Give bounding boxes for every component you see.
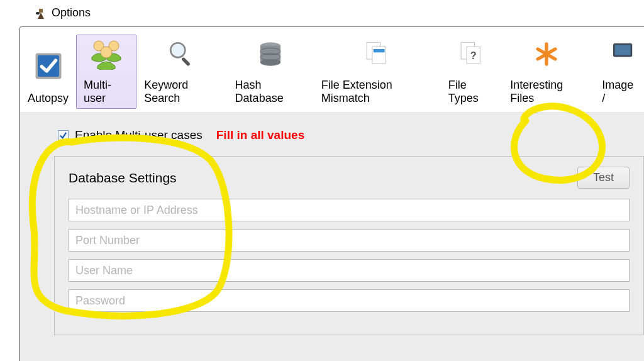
port-number-field[interactable] [69, 229, 630, 252]
autopsy-check-icon [31, 49, 65, 83]
toolbar-label: Image / [602, 79, 636, 105]
svg-text:?: ? [470, 50, 477, 61]
test-button[interactable]: Test [577, 167, 630, 189]
toolbar-item-keyword-search[interactable]: Keyword Search [136, 35, 227, 109]
enable-multi-user-checkbox[interactable] [58, 130, 69, 141]
enable-multi-user-label: Enable Multi-user cases [75, 128, 203, 142]
database-icon [253, 38, 287, 70]
svg-point-6 [101, 47, 112, 58]
toolbar-label: Hash Database [235, 79, 306, 105]
svg-rect-0 [39, 9, 43, 13]
title-bar: Options [0, 0, 644, 26]
hostname-field[interactable] [69, 199, 630, 221]
toolbar-label: Autopsy [28, 92, 69, 105]
toolbar-item-file-extension-mismatch[interactable]: File Extension Mismatch [314, 35, 441, 109]
fill-values-hint: Fill in all values [216, 128, 304, 142]
toolbar-item-multi-user[interactable]: Multi-user [76, 35, 136, 109]
toolbar-label: File Extension Mismatch [321, 79, 433, 105]
svg-rect-24 [614, 45, 630, 55]
files-question-icon: ? [455, 38, 489, 70]
asterisk-icon [530, 38, 564, 70]
magnifier-icon [165, 38, 199, 70]
toolbar-label: Interesting Files [510, 79, 583, 105]
toolbar-item-image[interactable]: Image / [594, 35, 644, 109]
toolbar-item-file-types[interactable]: ? File Types [441, 35, 503, 109]
toolbar-label: File Types [448, 79, 496, 105]
database-settings-group: Database Settings Test [54, 156, 644, 335]
svg-rect-8 [181, 57, 191, 66]
toolbar-item-hash-database[interactable]: Hash Database [228, 35, 314, 109]
toolbar-item-interesting-files[interactable]: Interesting Files [502, 35, 591, 109]
app-icon [35, 8, 47, 19]
svg-point-1 [36, 12, 40, 14]
users-icon [89, 36, 123, 70]
username-field[interactable] [69, 259, 630, 282]
password-field[interactable] [69, 289, 630, 312]
multi-user-settings-panel: Enable Multi-user cases Fill in all valu… [20, 113, 644, 361]
window-title: Options [52, 6, 91, 19]
monitor-icon [602, 38, 636, 70]
svg-point-7 [171, 43, 186, 57]
svg-rect-16 [374, 49, 385, 52]
toolbar-label: Keyword Search [144, 79, 219, 105]
toolbar-item-autopsy[interactable]: Autopsy [20, 35, 76, 109]
options-toolbar: Autopsy Multi-user [20, 27, 644, 113]
database-settings-title: Database Settings [69, 170, 177, 186]
toolbar-label: Multi-user [84, 79, 129, 105]
files-mismatch-icon [360, 38, 394, 70]
